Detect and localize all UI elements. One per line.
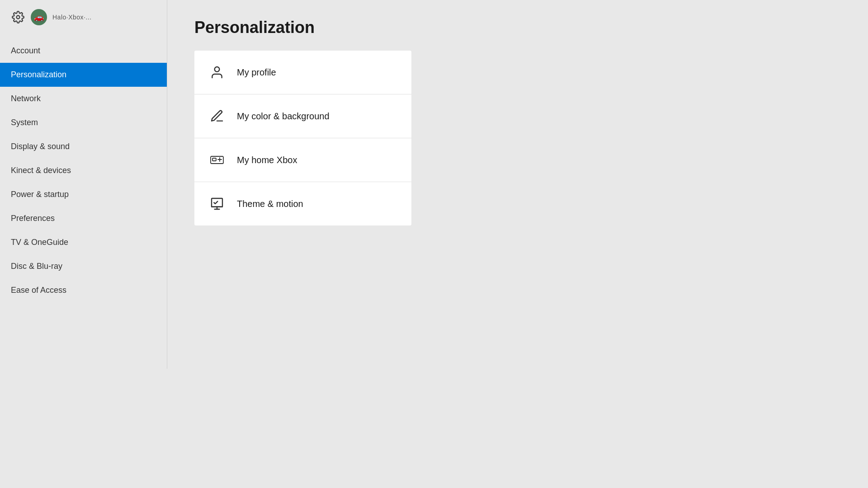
sidebar-item-network[interactable]: Network	[0, 87, 167, 111]
svg-point-0	[17, 16, 20, 19]
sidebar-header: 🚗 Halo·Xbox·...	[0, 0, 167, 34]
settings-item-theme-motion[interactable]: Theme & motion	[194, 182, 411, 225]
my-home-xbox-label: My home Xbox	[237, 155, 297, 165]
person-icon	[208, 63, 226, 81]
sidebar-item-account[interactable]: Account	[0, 39, 167, 63]
sidebar-item-kinect-devices[interactable]: Kinect & devices	[0, 159, 167, 183]
sidebar-item-power-startup[interactable]: Power & startup	[0, 183, 167, 206]
svg-point-1	[215, 67, 220, 72]
theme-icon	[208, 195, 226, 213]
main-content: Personalization My profile My color & ba…	[167, 0, 658, 369]
nav-list: Account Personalization Network System D…	[0, 39, 167, 302]
sidebar-item-personalization[interactable]: Personalization	[0, 63, 167, 87]
settings-gear-icon[interactable]	[11, 10, 25, 24]
console-icon	[208, 151, 226, 169]
settings-item-my-home-xbox[interactable]: My home Xbox	[194, 138, 411, 182]
settings-item-my-profile[interactable]: My profile	[194, 51, 411, 94]
avatar: 🚗	[31, 9, 47, 25]
my-color-background-label: My color & background	[237, 111, 330, 122]
username: Halo·Xbox·...	[52, 14, 92, 21]
svg-rect-3	[212, 158, 216, 161]
sidebar-item-system[interactable]: System	[0, 111, 167, 135]
settings-item-my-color-background[interactable]: My color & background	[194, 94, 411, 138]
sidebar-item-display-sound[interactable]: Display & sound	[0, 135, 167, 159]
sidebar-item-tv-oneguide[interactable]: TV & OneGuide	[0, 230, 167, 254]
paint-icon	[208, 107, 226, 125]
sidebar-item-preferences[interactable]: Preferences	[0, 206, 167, 230]
sidebar-item-ease-access[interactable]: Ease of Access	[0, 278, 167, 302]
settings-list: My profile My color & background	[194, 51, 411, 225]
my-profile-label: My profile	[237, 67, 276, 78]
sidebar-item-disc-bluray[interactable]: Disc & Blu-ray	[0, 254, 167, 278]
page-title: Personalization	[194, 18, 631, 37]
sidebar: 🚗 Halo·Xbox·... Account Personalization …	[0, 0, 167, 369]
theme-motion-label: Theme & motion	[237, 199, 303, 209]
